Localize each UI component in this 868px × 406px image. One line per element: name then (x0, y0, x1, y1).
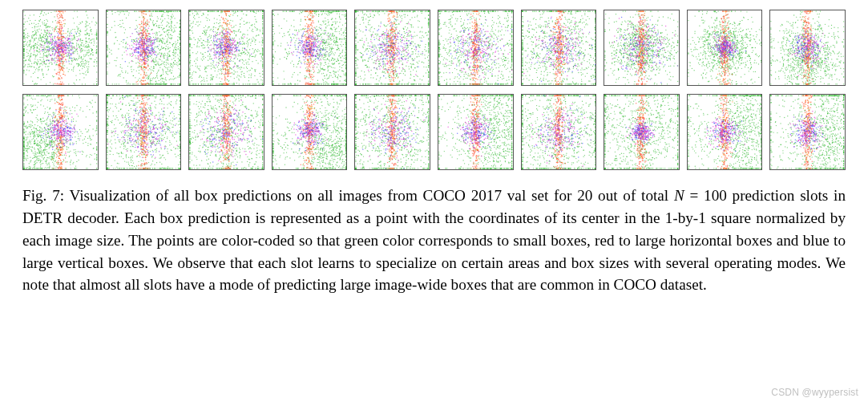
svg-point-20256 (428, 157, 429, 158)
svg-point-8787 (539, 79, 539, 80)
svg-point-18030 (226, 116, 227, 116)
svg-point-21821 (499, 137, 500, 138)
svg-point-6095 (405, 71, 406, 71)
svg-point-12199 (722, 83, 723, 84)
svg-point-21242 (412, 139, 413, 140)
svg-point-272 (83, 56, 84, 57)
svg-point-25591 (733, 139, 733, 140)
svg-point-10289 (649, 47, 650, 47)
svg-point-20732 (427, 112, 428, 112)
svg-point-799 (55, 40, 56, 41)
svg-point-21456 (496, 141, 497, 142)
svg-point-14866 (50, 114, 50, 115)
svg-point-25750 (689, 136, 690, 136)
svg-point-15677 (114, 124, 115, 125)
svg-point-1547 (168, 56, 168, 57)
svg-point-21960 (511, 156, 512, 157)
svg-point-16708 (139, 104, 140, 104)
svg-point-25892 (698, 135, 699, 136)
svg-point-4672 (333, 63, 333, 64)
svg-point-17315 (250, 148, 251, 148)
svg-point-5531 (310, 55, 311, 56)
svg-point-1093 (59, 31, 59, 32)
svg-point-19091 (332, 151, 333, 152)
svg-point-21449 (509, 128, 510, 128)
svg-point-254 (77, 51, 78, 52)
svg-point-20616 (411, 150, 412, 151)
svg-point-24700 (660, 106, 661, 107)
svg-point-4927 (323, 73, 324, 74)
svg-point-9272 (542, 14, 543, 14)
svg-point-26142 (688, 168, 688, 168)
svg-point-334 (23, 41, 24, 42)
svg-point-6514 (411, 67, 412, 68)
svg-point-6516 (371, 77, 372, 78)
svg-point-12162 (709, 36, 709, 37)
svg-point-13062 (795, 60, 796, 61)
svg-point-26490 (717, 166, 718, 167)
svg-point-19067 (334, 156, 335, 156)
svg-point-17921 (236, 120, 237, 120)
svg-point-7368 (445, 48, 446, 49)
svg-point-11279 (652, 28, 653, 29)
svg-point-18734 (322, 160, 323, 161)
svg-point-24711 (634, 148, 635, 148)
svg-point-1107 (58, 79, 59, 79)
svg-point-17429 (219, 102, 220, 103)
svg-point-13500 (794, 60, 795, 61)
svg-point-14531 (34, 157, 35, 158)
svg-point-2163 (155, 59, 155, 60)
svg-point-25731 (753, 141, 754, 142)
svg-point-15072 (50, 140, 51, 141)
svg-point-24203 (612, 126, 612, 127)
svg-point-14106 (819, 51, 820, 51)
svg-point-25572 (758, 136, 759, 136)
svg-point-23187 (591, 147, 592, 148)
svg-point-22122 (489, 120, 490, 120)
svg-point-3333 (190, 65, 191, 66)
svg-point-21959 (511, 139, 511, 140)
svg-point-21956 (497, 116, 498, 116)
svg-point-3232 (218, 71, 219, 71)
svg-point-22055 (507, 144, 507, 145)
svg-point-18319 (240, 124, 240, 124)
svg-point-5782 (386, 70, 387, 71)
svg-point-4300 (273, 22, 273, 22)
svg-point-26161 (753, 119, 754, 120)
svg-point-7014 (386, 39, 387, 39)
svg-point-1921 (125, 71, 126, 71)
svg-point-16195 (122, 131, 123, 132)
svg-point-12779 (735, 49, 736, 50)
svg-point-20672 (383, 98, 384, 99)
svg-point-2416 (147, 69, 148, 70)
svg-point-19175 (327, 132, 328, 133)
svg-point-4774 (322, 46, 323, 47)
svg-point-11196 (642, 42, 643, 43)
svg-point-20036 (369, 145, 369, 146)
svg-point-14417 (32, 147, 33, 148)
svg-point-27824 (799, 108, 800, 108)
svg-point-10745 (624, 61, 625, 62)
svg-point-561 (84, 63, 85, 64)
svg-point-11942 (688, 83, 688, 84)
svg-point-13347 (816, 73, 817, 74)
svg-point-19197 (341, 110, 342, 111)
svg-point-2069 (172, 10, 172, 11)
svg-point-15077 (32, 121, 33, 122)
svg-point-6502 (400, 36, 401, 37)
svg-point-22539 (461, 136, 462, 136)
svg-point-23582 (522, 168, 523, 168)
svg-point-8069 (478, 14, 478, 15)
svg-point-6529 (390, 73, 390, 74)
svg-point-21616 (503, 137, 503, 138)
svg-point-26775 (725, 130, 726, 131)
svg-point-1986 (116, 40, 117, 41)
svg-point-4729 (324, 59, 325, 60)
svg-point-5968 (428, 50, 429, 51)
svg-point-502 (36, 30, 37, 30)
svg-point-17779 (204, 112, 205, 113)
svg-point-6175 (358, 14, 359, 15)
svg-point-896 (96, 35, 97, 35)
svg-point-11102 (639, 69, 640, 70)
svg-point-7823 (511, 77, 512, 78)
